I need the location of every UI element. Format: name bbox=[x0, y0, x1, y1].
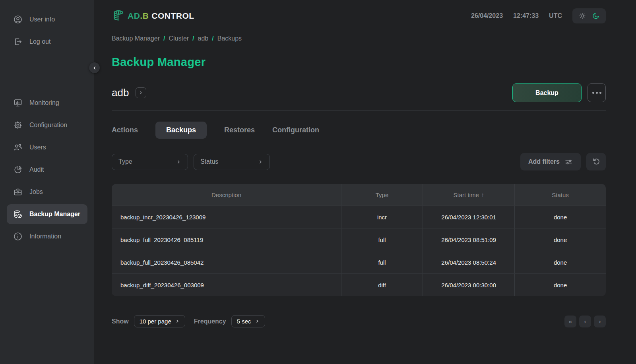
add-filters-button[interactable]: Add filters bbox=[520, 153, 581, 170]
page-size-select[interactable]: 10 per page bbox=[134, 315, 185, 327]
cell-description: backup_incr_20230426_123009 bbox=[112, 206, 341, 228]
briefcase-icon bbox=[13, 187, 23, 197]
sidebar-item-label: Audit bbox=[29, 166, 44, 173]
timezone-label: UTC bbox=[549, 12, 562, 19]
chevron-right-icon bbox=[176, 159, 181, 165]
sidebar-item-label: Configuration bbox=[29, 122, 67, 129]
sidebar-item-monitoring[interactable]: Monitoring bbox=[7, 93, 87, 113]
pagination: « ‹ › bbox=[564, 316, 606, 327]
theme-toggle[interactable] bbox=[572, 8, 606, 23]
divider bbox=[112, 110, 606, 111]
chevron-right-icon bbox=[258, 159, 263, 165]
table-row[interactable]: backup_full_20230426_085042 full 26/04/2… bbox=[112, 251, 606, 273]
sidebar-item-user-info[interactable]: User info bbox=[7, 10, 87, 29]
backup-button[interactable]: Backup bbox=[512, 83, 582, 102]
sidebar-item-label: Jobs bbox=[29, 188, 43, 196]
show-label: Show bbox=[112, 318, 129, 325]
cell-type: diff bbox=[341, 274, 423, 296]
cluster-header: adb Backup bbox=[112, 75, 606, 110]
cell-status: done bbox=[515, 228, 606, 251]
cluster-name-group: adb bbox=[112, 87, 146, 99]
chevron-right-icon bbox=[139, 91, 143, 95]
tab-backups[interactable]: Backups bbox=[155, 122, 207, 139]
table-row[interactable]: backup_incr_20230426_123009 incr 26/04/2… bbox=[112, 205, 606, 228]
tab-configuration[interactable]: Configuration bbox=[272, 122, 319, 139]
breadcrumb-item[interactable]: Backup Manager bbox=[112, 35, 160, 42]
datetime-group: 26/04/2023 12:47:33 UTC bbox=[471, 8, 606, 23]
sidebar-item-label: Backup Manager bbox=[29, 211, 80, 218]
table-row[interactable]: backup_full_20230426_085119 full 26/04/2… bbox=[112, 228, 606, 251]
app-logo: AD.BCONTROL bbox=[112, 9, 194, 23]
cell-description: backup_full_20230426_085119 bbox=[112, 228, 341, 251]
gear-icon bbox=[13, 120, 23, 130]
filter-bar: Type Status Add filters bbox=[112, 153, 606, 170]
cell-description: backup_diff_20230426_003009 bbox=[112, 274, 341, 296]
cell-status: done bbox=[515, 251, 606, 273]
add-filters-label: Add filters bbox=[528, 158, 560, 165]
frequency-value: 5 sec bbox=[237, 318, 251, 325]
backup-database-icon bbox=[13, 209, 23, 219]
sidebar-item-log-out[interactable]: Log out bbox=[7, 32, 87, 52]
sidebar-collapse-button[interactable] bbox=[89, 62, 100, 73]
breadcrumb-separator: / bbox=[163, 35, 165, 42]
cell-start-time: 26/04/2023 00:30:00 bbox=[423, 274, 515, 296]
tab-restores[interactable]: Restores bbox=[224, 122, 255, 139]
logout-icon bbox=[13, 37, 23, 46]
breadcrumb-separator: / bbox=[192, 35, 194, 42]
first-page-button[interactable]: « bbox=[564, 316, 576, 327]
cell-description: backup_full_20230426_085042 bbox=[112, 251, 341, 273]
type-filter-select[interactable]: Type bbox=[112, 154, 188, 170]
pie-chart-icon bbox=[13, 165, 23, 174]
sliders-icon bbox=[564, 158, 573, 166]
breadcrumb: Backup Manager / Cluster / adb / Backups bbox=[112, 35, 606, 42]
refresh-table-button[interactable] bbox=[586, 153, 606, 170]
sidebar-item-configuration[interactable]: Configuration bbox=[7, 115, 87, 135]
sidebar-item-audit[interactable]: Audit bbox=[7, 160, 87, 180]
table-header-row: Description Type Start time ↑ Status bbox=[112, 184, 606, 205]
breadcrumb-item[interactable]: Backups bbox=[217, 35, 242, 42]
cell-start-time: 26/04/2023 08:50:24 bbox=[423, 251, 515, 273]
info-icon bbox=[13, 232, 23, 241]
cluster-actions: Backup bbox=[512, 83, 606, 102]
sidebar-item-users[interactable]: Users bbox=[7, 137, 87, 157]
column-header-description[interactable]: Description bbox=[112, 184, 341, 205]
refresh-icon bbox=[592, 157, 601, 166]
status-filter-select[interactable]: Status bbox=[194, 154, 270, 170]
sort-ascending-icon[interactable]: ↑ bbox=[481, 192, 484, 198]
sidebar-item-information[interactable]: Information bbox=[7, 227, 87, 246]
sidebar-item-backup-manager[interactable]: Backup Manager bbox=[7, 204, 87, 224]
table-row[interactable]: backup_diff_20230426_003009 diff 26/04/2… bbox=[112, 273, 606, 296]
prev-page-button[interactable]: ‹ bbox=[579, 316, 591, 327]
sun-icon[interactable] bbox=[578, 12, 586, 20]
chevron-left-icon bbox=[92, 66, 97, 70]
sidebar-item-label: Monitoring bbox=[29, 99, 59, 106]
frequency-select[interactable]: 5 sec bbox=[231, 315, 265, 327]
main-content: AD.BCONTROL 26/04/2023 12:47:33 UTC bbox=[94, 0, 636, 364]
monitoring-icon bbox=[13, 98, 23, 108]
sidebar-item-jobs[interactable]: Jobs bbox=[7, 182, 87, 202]
breadcrumb-item[interactable]: adb bbox=[198, 35, 209, 42]
frequency-label: Frequency bbox=[194, 318, 226, 325]
cell-status: done bbox=[515, 274, 606, 296]
column-header-status[interactable]: Status bbox=[515, 184, 606, 205]
page-title: Backup Manager bbox=[112, 56, 606, 69]
cell-status: done bbox=[515, 206, 606, 228]
cluster-expand-button[interactable] bbox=[136, 87, 146, 98]
backups-table: Description Type Start time ↑ Status bac… bbox=[112, 184, 606, 296]
chevron-right-icon bbox=[175, 319, 180, 323]
current-time: 12:47:33 bbox=[513, 12, 539, 19]
next-page-button[interactable]: › bbox=[594, 316, 606, 327]
tab-actions[interactable]: Actions bbox=[112, 122, 138, 139]
breadcrumb-item[interactable]: Cluster bbox=[169, 35, 189, 42]
ellipsis-icon bbox=[592, 92, 594, 94]
column-header-type[interactable]: Type bbox=[341, 184, 423, 205]
cluster-name: adb bbox=[112, 87, 129, 99]
brand-name: AD.BCONTROL bbox=[128, 11, 194, 21]
moon-icon[interactable] bbox=[592, 12, 600, 20]
user-icon bbox=[13, 15, 23, 24]
logo-database-icon bbox=[112, 9, 125, 23]
tab-bar: Actions Backups Restores Configuration bbox=[112, 122, 606, 139]
more-actions-button[interactable] bbox=[588, 83, 606, 102]
column-header-start-time[interactable]: Start time ↑ bbox=[423, 184, 515, 205]
users-icon bbox=[13, 143, 23, 152]
